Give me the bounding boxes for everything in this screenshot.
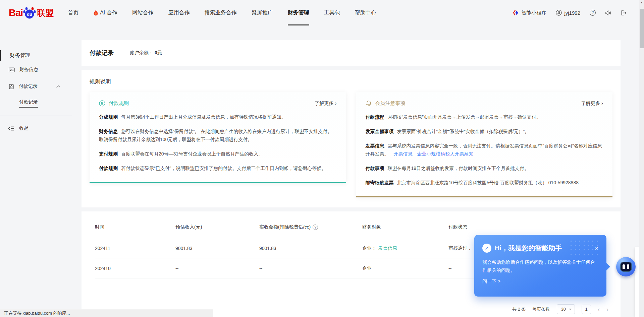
column-header-time: 时间 (95, 224, 175, 230)
column-header-finance-object: 财务对象 (362, 224, 448, 230)
cell-finance-object: 企业：发票信息 (362, 245, 448, 251)
nav-item-website[interactable]: 网站合作 (132, 0, 154, 25)
prev-page-icon[interactable]: ‹ (598, 306, 600, 312)
scrollbar-thumb[interactable] (640, 9, 644, 48)
rule-label: 付款规则 (99, 166, 118, 171)
assistant-popup: Hi，我是您的智能助手 × 我会帮助您诊断合作链路问题，以及解答您关于任何合作相… (474, 235, 606, 297)
rule-item: 邮寄纸质发票北京市海淀区西北旺东路10号院百度科技园5号楼 百度联盟财务组（收）… (366, 179, 603, 187)
sidebar-collapse-button[interactable]: 收起 (0, 120, 77, 137)
rule-text: 联盟在每月19日之后签收的发票，付款时间安排在下个月首批支付。 (388, 166, 529, 171)
next-page-icon[interactable]: › (606, 306, 608, 312)
cell-received: 9001.83 (259, 246, 362, 251)
page-number-button[interactable]: 1 (582, 305, 591, 314)
rule-text: 若付款状态显示“已支付”，说明联盟已安排了您的付款。支付后三个工作日内到帐，请您… (121, 166, 326, 171)
baidu-paw-icon: du (23, 6, 36, 19)
logout-icon[interactable] (621, 10, 627, 16)
column-header-received: 实收金额(扣除税费后/元) ? (259, 224, 362, 230)
logo-text-union: 联盟 (37, 7, 54, 18)
rule-text: 北京市海淀区西北旺东路10号院百度科技园5号楼 百度联盟财务组（收） 010-5… (397, 180, 579, 185)
rule-text: 每月第3或4个工作日产出上月分成信息及发票信息，如有特殊情况将提前通知。 (121, 114, 286, 120)
pagination-total: 共 2 条 (512, 306, 526, 312)
invoice-info-link[interactable]: 开票信息 (394, 151, 413, 156)
rule-item: 分成规则每月第3或4个工作日产出上月分成信息及发票信息，如有特殊情况将提前通知。 (99, 113, 337, 121)
cell-finance-object: 企业 (362, 265, 448, 271)
sidebar-divider (0, 116, 72, 116)
small-taxpayer-notice-link[interactable]: 企业小规模纳税人开票须知 (417, 151, 474, 156)
payment-records-icon (9, 84, 14, 89)
member-notice-more-link[interactable]: 了解更多› (581, 100, 603, 107)
nav-item-app[interactable]: 应用合作 (168, 0, 190, 25)
sidebar-subitem-payment-records[interactable]: 付款记录 (0, 95, 77, 112)
svg-text:du: du (27, 12, 32, 17)
sidebar: 财务管理 财务信息 付款记录 付款记录 收起 (0, 25, 77, 137)
rule-item: 付款流程月初按“发票信息”页面开具发票→上传发票→邮寄发票→审核→确认支付。 (366, 113, 603, 121)
assistant-message: 我会帮助您诊断合作链路问题，以及解答您关于任何合作相关的问题。 (482, 258, 598, 274)
sidebar-item-finance-info[interactable]: 财务信息 (0, 61, 77, 78)
rule-label: 付款事项 (366, 166, 384, 171)
member-notice-title: 会员注意事项 (375, 100, 406, 107)
browser-status-bar: 正在等待 xlab.baidu.com 的响应... (0, 309, 213, 317)
status-text: 正在等待 xlab.baidu.com 的响应... (4, 310, 70, 316)
collapse-icon (8, 126, 14, 131)
rule-text: 百度联盟会在每月20号—31号支付企业会员上个自然月产生的收入。 (121, 151, 263, 156)
rule-item: 支付规则百度联盟会在每月20号—31号支付企业会员上个自然月产生的收入。 (99, 150, 337, 158)
scrollbar-up-arrow[interactable]: ▲ (639, 0, 644, 5)
balance-value: 0元 (155, 50, 162, 55)
rule-text: 您可以在财务信息中选择“保留付款”。 在此期间您产生的收入将在账户内进行累计，联… (99, 129, 332, 142)
window-scrollbar: ▲ (639, 0, 644, 317)
account-balance: 账户余额：0元 (130, 50, 162, 56)
ask-link[interactable]: 问一下 > (482, 278, 500, 284)
user-account[interactable]: jyj1992 (556, 10, 580, 16)
rule-label: 邮寄纸质发票 (366, 180, 394, 185)
nav-item-toolkit[interactable]: 工具包 (324, 0, 340, 25)
more-arrow-icon: › (335, 100, 337, 106)
cell-estimated: -- (175, 266, 259, 271)
cell-received: -- (259, 266, 362, 271)
page-header-card: 付款记录 账户余额：0元 (82, 40, 621, 66)
chevron-up-icon[interactable] (56, 85, 60, 88)
nav-item-home[interactable]: 首页 (68, 0, 78, 25)
sidebar-section-title: 财务管理 (0, 50, 77, 61)
main-nav: 首页 AI 合作 网站合作 应用合作 搜索业务合作 聚屏推广 财务管理 工具包 … (68, 0, 376, 25)
member-notice-icon (366, 100, 372, 107)
close-icon[interactable]: × (595, 245, 598, 252)
rule-item: 发票信息需与系统内发票信息内容完全一致，否则无法支付。请根据发票信息页面中“百度… (366, 142, 603, 158)
rule-label: 支付规则 (99, 151, 118, 156)
nav-item-finance[interactable]: 财务管理 (288, 0, 309, 25)
rule-item: 发票金额事项发票票面“价税合计”金额=系统中“实收金额（扣除税费后/元）”。 (366, 127, 603, 135)
rule-item: 财务信息您可以在财务信息中选择“保留付款”。 在此期间您产生的收入将在账户内进行… (99, 127, 337, 143)
cell-estimated: 9001.83 (175, 246, 259, 251)
help-icon[interactable]: ? (590, 10, 596, 16)
payment-rules-card: 付款规则 了解更多› 分成规则每月第3或4个工作日产出上月分成信息及发票信息，如… (90, 92, 346, 183)
nav-item-screen-promo[interactable]: 聚屏推广 (252, 0, 273, 25)
sidebar-item-payment-records[interactable]: 付款记录 (0, 78, 77, 95)
column-help-icon[interactable]: ? (313, 225, 318, 230)
robot-face-icon (620, 262, 632, 272)
sound-icon[interactable] (605, 10, 611, 16)
rule-text: 月初按“发票信息”页面开具发票→上传发票→邮寄发票→审核→确认支付。 (388, 114, 541, 120)
user-icon (556, 10, 562, 16)
page-title: 付款记录 (90, 49, 114, 57)
rule-label: 付款流程 (366, 114, 384, 120)
payment-rules-more-link[interactable]: 了解更多› (315, 100, 337, 107)
nav-item-ai[interactable]: AI 合作 (93, 0, 117, 25)
rule-item: 付款事项联盟在每月19日之后签收的发票，付款时间安排在下个月首批支付。 (366, 164, 603, 172)
per-page-select[interactable]: 30 (557, 304, 575, 314)
rule-label: 财务信息 (99, 129, 118, 134)
invoice-info-table-link[interactable]: 发票信息 (378, 245, 397, 251)
assistant-robot-avatar[interactable] (616, 257, 636, 276)
compass-icon (482, 244, 491, 253)
rule-label: 分成规则 (99, 114, 118, 120)
rule-text: 发票票面“价税合计”金额=系统中“实收金额（扣除税费后/元）”。 (397, 129, 530, 134)
per-page-label: 每页条数 (533, 306, 550, 312)
nav-item-search-business[interactable]: 搜索业务合作 (205, 0, 237, 25)
cell-time: 202410 (95, 266, 175, 271)
more-arrow-icon: › (601, 100, 603, 106)
baidu-union-logo[interactable]: Bai du 联盟 (9, 6, 54, 19)
logo-text-bai: Bai (9, 7, 23, 18)
mini-program-link[interactable]: 智能小程序 (513, 10, 546, 16)
nav-item-help-center[interactable]: 帮助中心 (355, 0, 376, 25)
rule-label: 发票金额事项 (366, 129, 394, 134)
member-notice-card: 会员注意事项 了解更多› 付款流程月初按“发票信息”页面开具发票→上传发票→邮寄… (356, 92, 613, 197)
rules-section-title: 规则说明 (90, 78, 612, 85)
